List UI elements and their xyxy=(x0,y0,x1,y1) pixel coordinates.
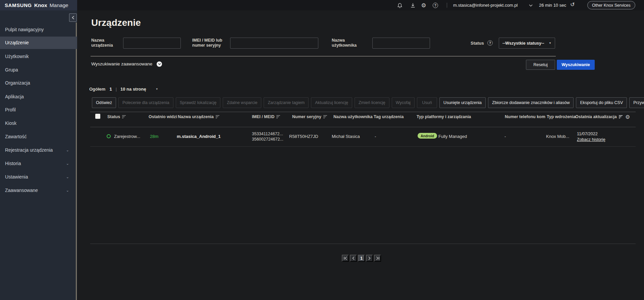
restore-button-clipped[interactable]: Przyw xyxy=(629,97,644,108)
column-header-phone-number[interactable]: Numer telefonu kom xyxy=(505,114,545,119)
bulk-add-tags-aliases-button[interactable]: Zbiorcze dodawanie znaczników i aliasów xyxy=(488,97,574,108)
list-summary-row: Ogółem 1 | 10 na stronę ▼ xyxy=(89,87,158,92)
sidebar-item-rejestracja-urzadzenia[interactable]: Rejestracja urządzenia⌄ xyxy=(0,144,77,156)
notifications-bell-icon[interactable] xyxy=(397,2,403,8)
page-size-arrow-icon[interactable]: ▼ xyxy=(156,88,158,91)
update-license-button[interactable]: Aktualizuj licencję xyxy=(311,97,352,108)
filter-separator xyxy=(91,56,556,56)
status-selected-value: --Wszystkie statusy-- xyxy=(502,41,544,46)
column-header-deployment-type[interactable]: Typ wdrożenia xyxy=(547,114,576,119)
column-header-platform-type[interactable]: Typ platformy i zarządzania xyxy=(417,114,471,119)
view-history-link[interactable]: Zobacz historię xyxy=(577,137,605,143)
sidebar-item-grupa[interactable]: Grupa xyxy=(0,64,77,76)
last-update-date: 11/07/2022 xyxy=(577,131,605,137)
sidebar-item-label: Grupa xyxy=(5,67,18,72)
knox-manage-screen: SAMSUNG Knox Manage ⚙ ? m.stasica@infone… xyxy=(0,0,644,300)
sidebar-item-label: Organizacja xyxy=(5,80,30,86)
pagination-current-page[interactable]: 1 xyxy=(358,255,365,262)
sidebar-collapse-button[interactable] xyxy=(69,13,77,22)
column-header-last-update[interactable]: Ostatnia aktualizacja xyxy=(575,114,623,119)
device-name-filter-label: Nazwa urządzenia xyxy=(91,38,119,48)
account-chevron-down-icon[interactable] xyxy=(529,4,533,7)
change-license-button[interactable]: Zmień licencję xyxy=(355,97,389,108)
download-icon[interactable] xyxy=(410,2,416,8)
sidebar-item-label: Profil xyxy=(5,107,16,112)
brand-logo: SAMSUNG Knox Manage xyxy=(0,0,77,10)
tag-management-button[interactable]: Zarządzanie tagiem xyxy=(264,97,309,108)
advanced-search-expand-icon[interactable] xyxy=(157,61,162,67)
search-button[interactable]: Wyszukiwanie xyxy=(557,60,595,70)
sidebar-item-zawartosc[interactable]: Zawartość xyxy=(0,131,77,143)
column-header-user-name[interactable]: Nazwa użytkownika xyxy=(333,114,373,119)
sidebar-item-historia[interactable]: Historia⌄ xyxy=(0,157,77,170)
select-arrow-icon: ▼ xyxy=(549,42,551,45)
status-filter-select[interactable]: --Wszystkie statusy-- ▼ xyxy=(499,38,555,49)
status-help-icon[interactable]: ? xyxy=(487,40,493,46)
advanced-search-link[interactable]: Wyszukiwanie zaawansowane xyxy=(91,61,152,66)
row-device-name[interactable]: m.stasica_Android_1 xyxy=(177,134,221,139)
user-name-filter-input[interactable] xyxy=(372,38,430,49)
imei-filter-input[interactable] xyxy=(230,38,318,49)
delete-button[interactable]: Usuń xyxy=(417,97,437,108)
column-label: Typ platformy i zarządzania xyxy=(417,114,471,119)
device-command-button[interactable]: Polecenie dla urządzenia xyxy=(118,97,173,108)
sidebar-item-urzadzenie[interactable]: Urządzenie xyxy=(0,37,77,49)
sidebar-item-zaawansowane[interactable]: Zaawansowane⌄ xyxy=(0,184,77,197)
account-email[interactable]: m.stasica@infonet-projekt.com.pl xyxy=(453,3,518,8)
status-filter-label: Status xyxy=(471,41,484,46)
sidebar-item-uzytkownik[interactable]: Użytkownik xyxy=(0,50,77,63)
withdraw-button[interactable]: Wycofaj xyxy=(392,97,415,108)
column-header-last-seen[interactable]: Ostatnio widzi xyxy=(149,114,177,119)
reset-button[interactable]: Resetuj xyxy=(526,60,555,70)
sidebar-item-ustawienia[interactable]: Ustawienia⌄ xyxy=(0,171,77,183)
sort-icon xyxy=(323,115,327,118)
help-icon[interactable]: ? xyxy=(432,2,438,8)
pagination-next-button[interactable] xyxy=(366,255,373,262)
refresh-button[interactable]: Odśwież xyxy=(92,97,116,108)
sidebar-item-profil[interactable]: Profil xyxy=(0,104,77,116)
sidebar-item-label: Rejestracja urządzenia xyxy=(5,147,53,153)
column-header-device-name[interactable]: Nazwa urządzenia xyxy=(178,114,220,119)
session-reset-icon[interactable]: ↺ xyxy=(570,1,575,8)
sidebar-item-organizacja[interactable]: Organizacja xyxy=(0,77,77,89)
column-settings-gear-icon[interactable]: ⚙ xyxy=(625,114,630,120)
other-knox-services-button[interactable]: Other Knox Services xyxy=(587,1,635,9)
row-last-update: 11/07/2022 Zobacz historię xyxy=(577,131,605,143)
total-count: 1 xyxy=(109,87,112,92)
sidebar-nav: Pulpit nawigacyjny Urządzenie Użytkownik… xyxy=(0,10,77,300)
sidebar-item-aplikacja[interactable]: Aplikacja xyxy=(0,91,77,103)
column-header-serial[interactable]: Numer seryjny xyxy=(292,114,327,119)
status-help-glyph: ? xyxy=(487,40,493,46)
pagination-last-button[interactable] xyxy=(374,255,381,262)
remote-support-button[interactable]: Zdalne wsparcie xyxy=(223,97,261,108)
select-all-checkbox[interactable] xyxy=(95,114,100,119)
pagination-first-button[interactable] xyxy=(342,255,349,262)
row-serial-number: R58T50HZ7JD xyxy=(289,134,318,139)
column-header-status[interactable]: Status xyxy=(107,114,126,119)
export-csv-button[interactable]: Eksportuj do pliku CSV xyxy=(576,97,627,108)
brand-knox: Knox xyxy=(34,2,47,8)
column-header-imei[interactable]: IMEI / MEID xyxy=(252,114,280,119)
sidebar-item-pulpit-nawigacyjny[interactable]: Pulpit nawigacyjny xyxy=(0,23,77,36)
column-label: Ostatnio widzi xyxy=(149,114,177,119)
check-location-button[interactable]: Sprawdź lokalizację xyxy=(176,97,221,108)
chevron-down-icon: ⌄ xyxy=(66,144,69,156)
sidebar-item-label: Zaawansowane xyxy=(5,188,38,193)
column-header-device-tag[interactable]: Tag urządzenia xyxy=(374,114,404,119)
chevron-down-icon: ⌄ xyxy=(66,184,69,197)
row-border xyxy=(90,146,636,147)
sidebar-item-label: Zawartość xyxy=(5,134,27,139)
sidebar-item-kiosk[interactable]: Kiosk xyxy=(0,117,77,130)
topbar-divider xyxy=(447,3,447,8)
sidebar-item-label: Pulpit nawigacyjny xyxy=(5,27,44,32)
table-bottom-border xyxy=(90,244,636,244)
column-label: Nazwa użytkownika xyxy=(333,114,373,119)
page-size-select[interactable]: 10 na stronę xyxy=(120,87,146,92)
pagination-prev-button[interactable] xyxy=(350,255,357,262)
deleted-devices-button[interactable]: Usunięte urządzenia xyxy=(439,97,486,108)
row-status: Zarejestrow... xyxy=(114,134,140,139)
chevron-down-icon: ⌄ xyxy=(66,171,69,183)
device-name-filter-input[interactable] xyxy=(123,38,181,49)
settings-gear-icon[interactable]: ⚙ xyxy=(421,2,427,8)
column-label: Status xyxy=(107,114,120,119)
